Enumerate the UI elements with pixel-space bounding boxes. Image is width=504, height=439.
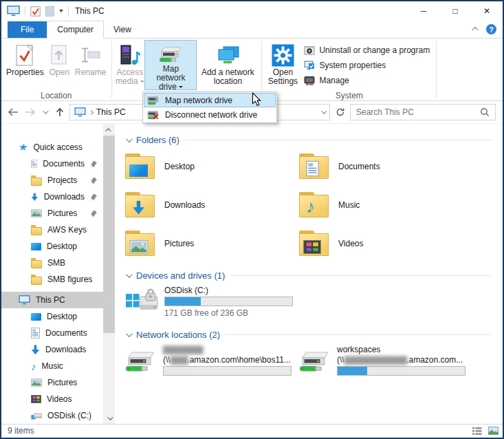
sidebar-item-pc-videos[interactable]: Videos — [1, 391, 103, 407]
divider — [436, 41, 437, 98]
section-header-devices[interactable]: Devices and drives (1) — [124, 269, 503, 281]
scroll-up-arrow[interactable] — [103, 124, 115, 136]
sidebar-item-projects[interactable]: Projects — [1, 172, 103, 189]
divider — [68, 6, 69, 17]
disk-usage-bar — [337, 366, 465, 376]
pictures-folder-icon — [124, 231, 155, 256]
desktop-icon — [31, 243, 41, 250]
download-arrow-icon — [31, 345, 40, 355]
forward-arrow-icon — [25, 108, 36, 116]
section-header-folders[interactable]: Folders (6) — [124, 133, 503, 146]
divider — [25, 6, 25, 17]
sidebar-item-quick-access[interactable]: ★ Quick access — [1, 139, 103, 156]
items-count: 9 items — [8, 426, 34, 436]
qat-customize-button[interactable] — [59, 10, 63, 12]
ribbon-collapse-button[interactable] — [474, 27, 479, 32]
sidebar-item-pc-music[interactable]: ♪ Music — [1, 358, 103, 374]
large-icons-view-button[interactable] — [486, 425, 500, 437]
add-network-location-button[interactable]: Add a network location — [197, 40, 259, 90]
search-box[interactable] — [350, 104, 496, 120]
sidebar-item-this-pc[interactable]: This PC — [1, 292, 103, 308]
scrollbar-thumb[interactable] — [103, 136, 115, 333]
sidebar-item-pc-pictures[interactable]: Pictures — [1, 374, 103, 391]
folders-grid: Desktop Documents Downloads ♪ Music — [124, 151, 503, 258]
network-drive-tile-1[interactable]: ▇▇▇▇▇▇▇ (\\▇▇▇.amazon.com\home\bos11... — [124, 345, 298, 378]
tab-view[interactable]: View — [104, 21, 141, 38]
sidebar-item-smb[interactable]: SMB — [1, 255, 103, 271]
breadcrumb-this-pc[interactable]: This PC — [96, 107, 126, 117]
up-button[interactable] — [52, 105, 67, 120]
drive-name: OSDisk (C:) — [164, 286, 293, 295]
tab-file[interactable]: File — [8, 21, 47, 38]
properties-button[interactable]: Properties — [3, 40, 47, 90]
drive-icon — [31, 411, 42, 420]
pin-icon — [90, 160, 98, 168]
folder-tile-desktop[interactable]: Desktop — [124, 151, 298, 181]
scroll-down-arrow[interactable] — [103, 412, 115, 424]
file-explorer-window: This PC ─ □ ✕ File Computer View ? — [0, 0, 504, 439]
properties-icon — [16, 43, 34, 67]
help-button[interactable]: ? — [486, 24, 496, 34]
close-button[interactable]: ✕ — [471, 1, 503, 21]
sidebar-item-desktop[interactable]: Desktop — [1, 238, 103, 255]
pin-icon — [90, 210, 98, 217]
system-properties-button[interactable]: System properties — [300, 58, 433, 72]
sidebar-item-pc-desktop[interactable]: Desktop — [1, 308, 103, 325]
address-dropdown-button[interactable] — [321, 110, 325, 114]
uninstall-program-button[interactable]: Uninstall or change a program — [300, 43, 433, 56]
sidebar-item-pc-downloads[interactable]: Downloads — [1, 341, 103, 358]
manage-button[interactable]: Manage — [300, 74, 433, 87]
disk-usage-bar — [163, 366, 292, 376]
chevron-down-icon — [126, 136, 133, 142]
music-folder-icon: ♪ — [298, 192, 329, 217]
sidebar-scrollbar[interactable] — [103, 124, 115, 424]
chevron-down-icon — [126, 330, 133, 337]
this-pc-icon — [74, 107, 86, 117]
videos-folder-icon — [298, 231, 329, 256]
sidebar-item-pc-documents[interactable]: Documents — [1, 325, 103, 341]
downloads-folder-icon — [124, 192, 155, 217]
sidebar-item-smb-figures[interactable]: SMB figures — [1, 271, 103, 288]
search-input[interactable] — [356, 107, 476, 117]
section-header-network[interactable]: Network locations (2) — [124, 328, 503, 341]
ribbon-group-system: Open Settings Uninstall or change a prog… — [263, 40, 435, 100]
network-drive-name: workspaces — [337, 345, 465, 354]
drive-tile-osdisk[interactable]: OSDisk (C:) 171 GB free of 236 GB — [124, 286, 503, 319]
up-arrow-icon — [56, 107, 64, 117]
sidebar-item-aws-keys[interactable]: AWS Keys — [1, 222, 103, 238]
sidebar-item-documents[interactable]: Documents — [1, 156, 103, 172]
folder-tile-documents[interactable]: Documents — [298, 151, 472, 181]
open-settings-button[interactable]: Open Settings — [265, 40, 300, 90]
folder-tile-music[interactable]: ♪ Music — [298, 190, 472, 220]
map-network-drive-button[interactable]: Map network drive — [144, 40, 197, 90]
forward-button — [23, 105, 37, 120]
folder-tile-pictures[interactable]: Pictures — [124, 228, 298, 258]
menu-item-disconnect-network-drive[interactable]: Disconnect network drive — [144, 107, 276, 122]
documents-folder-icon — [298, 153, 329, 179]
maximize-button[interactable]: □ — [439, 1, 471, 21]
network-drive-tile-workspaces[interactable]: workspaces (\\▇▇▇▇▇▇▇▇▇▇▇.amazon.com... — [298, 345, 472, 378]
minimize-button[interactable]: ─ — [408, 1, 439, 21]
sidebar-item-downloads[interactable]: Downloads — [1, 189, 103, 205]
music-note-icon: ♪ — [306, 197, 315, 215]
titlebar: This PC ─ □ ✕ — [1, 1, 503, 21]
settings-gear-icon — [272, 43, 294, 67]
sidebar-item-pictures[interactable]: Pictures — [1, 205, 103, 222]
os-drive-icon — [124, 286, 159, 317]
details-view-button[interactable] — [470, 425, 484, 437]
refresh-button[interactable] — [333, 105, 347, 120]
recent-locations-button[interactable] — [40, 105, 50, 120]
back-button[interactable] — [6, 105, 20, 120]
document-icon — [31, 158, 37, 169]
chevron-down-icon — [43, 108, 48, 114]
sidebar-item-pc-osdisk[interactable]: OSDisk (C:) — [1, 407, 103, 424]
window-title: This PC — [75, 6, 105, 16]
network-drive-icon — [298, 349, 330, 376]
folder-tile-downloads[interactable]: Downloads — [124, 190, 298, 220]
disk-usage-bar — [164, 297, 293, 306]
folder-tile-videos[interactable]: Videos — [298, 228, 472, 258]
qat-properties-button[interactable] — [30, 6, 41, 17]
refresh-icon — [336, 107, 345, 117]
tab-computer[interactable]: Computer — [47, 21, 104, 39]
pin-icon — [90, 177, 98, 184]
